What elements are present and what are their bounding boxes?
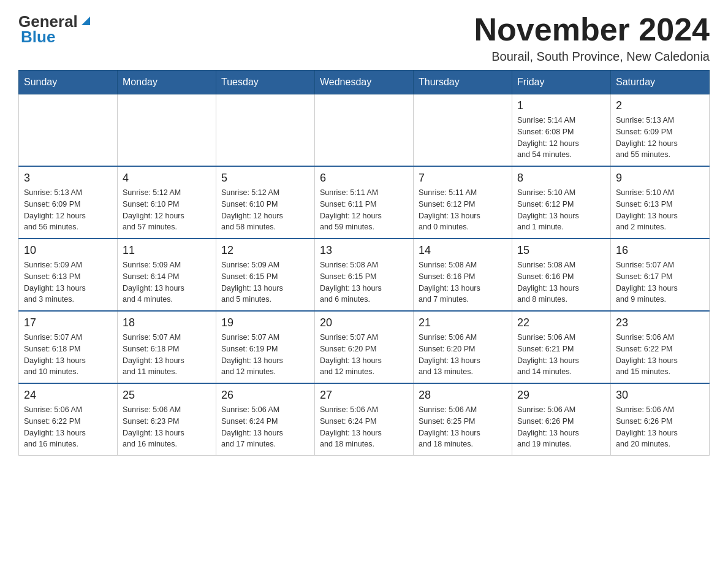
- calendar-day-cell: 10Sunrise: 5:09 AM Sunset: 6:13 PM Dayli…: [19, 239, 118, 311]
- calendar-week-row: 3Sunrise: 5:13 AM Sunset: 6:09 PM Daylig…: [19, 166, 710, 239]
- calendar-day-cell: 4Sunrise: 5:12 AM Sunset: 6:10 PM Daylig…: [118, 166, 216, 239]
- day-info: Sunrise: 5:10 AM Sunset: 6:12 PM Dayligh…: [517, 187, 605, 233]
- day-info: Sunrise: 5:08 AM Sunset: 6:15 PM Dayligh…: [320, 259, 408, 305]
- day-number: 3: [24, 172, 112, 185]
- calendar-week-row: 10Sunrise: 5:09 AM Sunset: 6:13 PM Dayli…: [19, 239, 710, 311]
- day-info: Sunrise: 5:10 AM Sunset: 6:13 PM Dayligh…: [616, 187, 704, 233]
- day-number: 30: [616, 389, 704, 402]
- day-info: Sunrise: 5:07 AM Sunset: 6:20 PM Dayligh…: [320, 332, 408, 378]
- day-number: 21: [419, 316, 507, 329]
- day-number: 19: [221, 316, 309, 329]
- day-number: 26: [221, 389, 309, 402]
- day-number: 28: [419, 389, 507, 402]
- calendar-table: SundayMondayTuesdayWednesdayThursdayFrid…: [18, 70, 710, 456]
- calendar-day-cell: 27Sunrise: 5:06 AM Sunset: 6:24 PM Dayli…: [315, 383, 414, 456]
- day-number: 5: [221, 172, 309, 185]
- day-number: 9: [616, 172, 704, 185]
- logo-blue-text: Blue: [18, 28, 55, 47]
- calendar-day-cell: 6Sunrise: 5:11 AM Sunset: 6:11 PM Daylig…: [315, 166, 414, 239]
- calendar-week-row: 24Sunrise: 5:06 AM Sunset: 6:22 PM Dayli…: [19, 383, 710, 456]
- logo-area: General Blue: [18, 12, 93, 47]
- weekday-header-monday: Monday: [118, 71, 216, 94]
- calendar-day-cell: 25Sunrise: 5:06 AM Sunset: 6:23 PM Dayli…: [118, 383, 216, 456]
- day-number: 17: [24, 316, 112, 329]
- day-number: 6: [320, 172, 408, 185]
- calendar-day-cell: 16Sunrise: 5:07 AM Sunset: 6:17 PM Dayli…: [611, 239, 710, 311]
- day-info: Sunrise: 5:07 AM Sunset: 6:17 PM Dayligh…: [616, 259, 704, 305]
- calendar-week-row: 17Sunrise: 5:07 AM Sunset: 6:18 PM Dayli…: [19, 311, 710, 383]
- day-number: 7: [419, 172, 507, 185]
- calendar-day-cell: 22Sunrise: 5:06 AM Sunset: 6:21 PM Dayli…: [512, 311, 611, 383]
- calendar-day-cell: 28Sunrise: 5:06 AM Sunset: 6:25 PM Dayli…: [414, 383, 512, 456]
- calendar-day-cell: 26Sunrise: 5:06 AM Sunset: 6:24 PM Dayli…: [216, 383, 315, 456]
- day-info: Sunrise: 5:06 AM Sunset: 6:26 PM Dayligh…: [517, 404, 605, 450]
- calendar-day-cell: 15Sunrise: 5:08 AM Sunset: 6:16 PM Dayli…: [512, 239, 611, 311]
- calendar-day-cell: 13Sunrise: 5:08 AM Sunset: 6:15 PM Dayli…: [315, 239, 414, 311]
- day-info: Sunrise: 5:06 AM Sunset: 6:21 PM Dayligh…: [517, 332, 605, 378]
- calendar-day-cell: 18Sunrise: 5:07 AM Sunset: 6:18 PM Dayli…: [118, 311, 216, 383]
- day-info: Sunrise: 5:06 AM Sunset: 6:22 PM Dayligh…: [24, 404, 112, 450]
- calendar-day-cell: 21Sunrise: 5:06 AM Sunset: 6:20 PM Dayli…: [414, 311, 512, 383]
- weekday-header-row: SundayMondayTuesdayWednesdayThursdayFrid…: [19, 71, 710, 94]
- day-number: 10: [24, 244, 112, 257]
- day-number: 13: [320, 244, 408, 257]
- calendar-day-cell: 29Sunrise: 5:06 AM Sunset: 6:26 PM Dayli…: [512, 383, 611, 456]
- day-number: 12: [221, 244, 309, 257]
- title-area: November 2024 Bourail, South Province, N…: [474, 12, 710, 64]
- day-number: 18: [123, 316, 211, 329]
- calendar-day-cell: 14Sunrise: 5:08 AM Sunset: 6:16 PM Dayli…: [414, 239, 512, 311]
- day-info: Sunrise: 5:09 AM Sunset: 6:15 PM Dayligh…: [221, 259, 309, 305]
- calendar-week-row: 1Sunrise: 5:14 AM Sunset: 6:08 PM Daylig…: [19, 94, 710, 167]
- day-info: Sunrise: 5:07 AM Sunset: 6:18 PM Dayligh…: [123, 332, 211, 378]
- day-info: Sunrise: 5:09 AM Sunset: 6:13 PM Dayligh…: [24, 259, 112, 305]
- day-number: 23: [616, 316, 704, 329]
- calendar-day-cell: [118, 94, 216, 167]
- day-info: Sunrise: 5:12 AM Sunset: 6:10 PM Dayligh…: [123, 187, 211, 233]
- calendar-day-cell: 1Sunrise: 5:14 AM Sunset: 6:08 PM Daylig…: [512, 94, 611, 167]
- calendar-day-cell: 23Sunrise: 5:06 AM Sunset: 6:22 PM Dayli…: [611, 311, 710, 383]
- calendar-day-cell: [19, 94, 118, 167]
- weekday-header-thursday: Thursday: [414, 71, 512, 94]
- calendar-day-cell: [216, 94, 315, 167]
- calendar-day-cell: 19Sunrise: 5:07 AM Sunset: 6:19 PM Dayli…: [216, 311, 315, 383]
- day-info: Sunrise: 5:09 AM Sunset: 6:14 PM Dayligh…: [123, 259, 211, 305]
- calendar-day-cell: [315, 94, 414, 167]
- day-info: Sunrise: 5:06 AM Sunset: 6:25 PM Dayligh…: [419, 404, 507, 450]
- calendar-day-cell: 30Sunrise: 5:06 AM Sunset: 6:26 PM Dayli…: [611, 383, 710, 456]
- day-info: Sunrise: 5:06 AM Sunset: 6:26 PM Dayligh…: [616, 404, 704, 450]
- weekday-header-tuesday: Tuesday: [216, 71, 315, 94]
- calendar-day-cell: 9Sunrise: 5:10 AM Sunset: 6:13 PM Daylig…: [611, 166, 710, 239]
- day-number: 25: [123, 389, 211, 402]
- weekday-header-saturday: Saturday: [611, 71, 710, 94]
- day-number: 4: [123, 172, 211, 185]
- day-info: Sunrise: 5:06 AM Sunset: 6:23 PM Dayligh…: [123, 404, 211, 450]
- day-info: Sunrise: 5:07 AM Sunset: 6:18 PM Dayligh…: [24, 332, 112, 378]
- day-info: Sunrise: 5:07 AM Sunset: 6:19 PM Dayligh…: [221, 332, 309, 378]
- day-number: 8: [517, 172, 605, 185]
- day-info: Sunrise: 5:08 AM Sunset: 6:16 PM Dayligh…: [517, 259, 605, 305]
- day-info: Sunrise: 5:06 AM Sunset: 6:22 PM Dayligh…: [616, 332, 704, 378]
- day-number: 16: [616, 244, 704, 257]
- logo-triangle-icon: [79, 14, 93, 28]
- day-info: Sunrise: 5:06 AM Sunset: 6:20 PM Dayligh…: [419, 332, 507, 378]
- day-info: Sunrise: 5:13 AM Sunset: 6:09 PM Dayligh…: [24, 187, 112, 233]
- calendar-day-cell: 7Sunrise: 5:11 AM Sunset: 6:12 PM Daylig…: [414, 166, 512, 239]
- calendar-day-cell: 24Sunrise: 5:06 AM Sunset: 6:22 PM Dayli…: [19, 383, 118, 456]
- day-info: Sunrise: 5:14 AM Sunset: 6:08 PM Dayligh…: [517, 115, 605, 161]
- calendar-day-cell: 17Sunrise: 5:07 AM Sunset: 6:18 PM Dayli…: [19, 311, 118, 383]
- day-number: 24: [24, 389, 112, 402]
- day-number: 15: [517, 244, 605, 257]
- weekday-header-friday: Friday: [512, 71, 611, 94]
- calendar-day-cell: 20Sunrise: 5:07 AM Sunset: 6:20 PM Dayli…: [315, 311, 414, 383]
- location-title: Bourail, South Province, New Caledonia: [474, 50, 710, 64]
- calendar-day-cell: 11Sunrise: 5:09 AM Sunset: 6:14 PM Dayli…: [118, 239, 216, 311]
- weekday-header-wednesday: Wednesday: [315, 71, 414, 94]
- calendar-day-cell: 3Sunrise: 5:13 AM Sunset: 6:09 PM Daylig…: [19, 166, 118, 239]
- day-number: 29: [517, 389, 605, 402]
- calendar-day-cell: 2Sunrise: 5:13 AM Sunset: 6:09 PM Daylig…: [611, 94, 710, 167]
- page-header: General Blue November 2024 Bourail, Sout…: [18, 12, 710, 64]
- day-number: 22: [517, 316, 605, 329]
- day-number: 2: [616, 99, 704, 112]
- calendar-day-cell: 8Sunrise: 5:10 AM Sunset: 6:12 PM Daylig…: [512, 166, 611, 239]
- day-info: Sunrise: 5:06 AM Sunset: 6:24 PM Dayligh…: [320, 404, 408, 450]
